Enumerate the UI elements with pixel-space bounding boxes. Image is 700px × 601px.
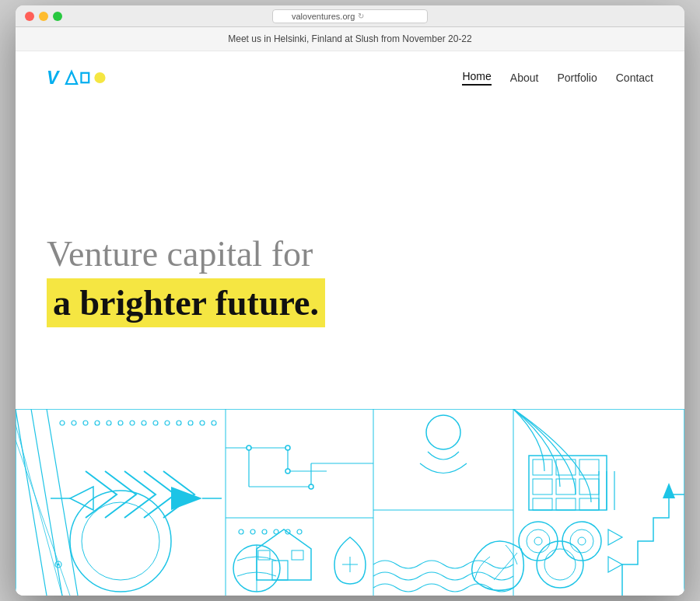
hero-highlight: a brighter future. [47, 278, 325, 327]
hero-section: Venture capital for a brighter future. [16, 104, 684, 409]
window-controls [25, 12, 62, 21]
url-text: valoventures.org [292, 12, 355, 21]
svg-rect-2 [81, 73, 89, 82]
svg-point-49 [309, 484, 313, 489]
titlebar: valoventures.org ↻ [16, 5, 684, 27]
nav-portfolio[interactable]: Portfolio [557, 72, 597, 84]
browser-window: valoventures.org ↻ Meet us in Helsinki, … [16, 5, 684, 596]
browser-content: V Home About Portfolio Contact Ve [16, 51, 684, 596]
svg-point-47 [285, 446, 290, 450]
nav-about[interactable]: About [510, 72, 539, 84]
svg-point-39 [58, 564, 60, 566]
svg-point-50 [285, 469, 290, 473]
maximize-button[interactable] [53, 12, 62, 21]
hero-line1: Venture capital for [47, 232, 653, 275]
hero-text: Venture capital for a brighter future. [47, 232, 653, 327]
svg-point-48 [247, 446, 251, 450]
nav-home[interactable]: Home [462, 70, 491, 86]
svg-point-3 [94, 72, 105, 83]
svg-marker-1 [66, 72, 77, 84]
hero-line2: a brighter future. [53, 283, 319, 323]
announcement-text: Meet us in Helsinki, Finland at Slush fr… [228, 33, 471, 44]
nav-contact[interactable]: Contact [616, 72, 653, 84]
close-button[interactable] [25, 12, 34, 21]
url-bar[interactable]: valoventures.org ↻ [272, 9, 428, 23]
illustration-section [16, 409, 684, 596]
announcement-bar: Meet us in Helsinki, Finland at Slush fr… [16, 27, 684, 51]
decorative-illustration [16, 409, 684, 596]
svg-text:V: V [47, 68, 61, 88]
site-nav: Home About Portfolio Contact [462, 70, 653, 86]
logo[interactable]: V [47, 67, 109, 89]
minimize-button[interactable] [39, 12, 48, 21]
refresh-icon[interactable]: ↻ [358, 12, 364, 20]
logo-svg: V [47, 67, 109, 89]
site-header: V Home About Portfolio Contact [16, 51, 684, 104]
